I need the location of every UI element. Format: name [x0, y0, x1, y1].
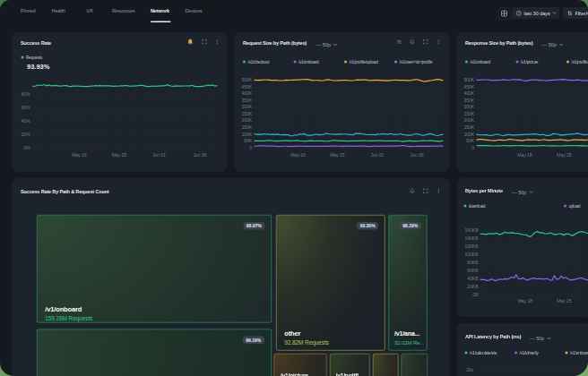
- svg-text:500K: 500K: [463, 77, 474, 82]
- svg-text:250K: 250K: [241, 111, 252, 116]
- svg-text:80KB: 80KB: [467, 260, 479, 265]
- svg-text:40KB: 40KB: [467, 276, 479, 281]
- svg-text:150K: 150K: [463, 124, 474, 130]
- svg-text:May 18: May 18: [518, 298, 532, 303]
- svg-text:100K: 100K: [463, 132, 474, 137]
- svg-text:0%: 0%: [23, 145, 30, 150]
- svg-text:100KB: 100KB: [465, 252, 480, 257]
- svg-text:300K: 300K: [241, 104, 252, 109]
- svg-text:Jun 08: Jun 08: [193, 152, 206, 158]
- svg-text:0: 0: [249, 145, 252, 150]
- svg-text:0B: 0B: [472, 292, 479, 297]
- svg-text:150K: 150K: [241, 124, 252, 130]
- svg-text:May 18: May 18: [517, 152, 532, 158]
- svg-text:0: 0: [471, 145, 474, 150]
- svg-text:Jun 01: Jun 01: [370, 152, 384, 158]
- svg-text:May 25: May 25: [557, 298, 571, 303]
- svg-text:200K: 200K: [463, 117, 474, 123]
- svg-text:20%: 20%: [22, 132, 31, 137]
- svg-text:Jun 08: Jun 08: [411, 152, 424, 158]
- svg-text:160KB: 160KB: [465, 227, 480, 233]
- svg-text:60KB: 60KB: [467, 268, 479, 273]
- svg-text:500K: 500K: [241, 77, 252, 82]
- svg-text:250K: 250K: [463, 111, 474, 116]
- svg-text:350K: 350K: [463, 98, 474, 103]
- svg-text:400K: 400K: [241, 90, 252, 96]
- svg-text:May 25: May 25: [557, 152, 571, 158]
- svg-text:450K: 450K: [463, 84, 474, 90]
- svg-text:50K: 50K: [466, 138, 475, 143]
- svg-text:450K: 450K: [241, 84, 252, 90]
- svg-text:100K: 100K: [241, 132, 252, 137]
- svg-text:20KB: 20KB: [467, 284, 479, 289]
- svg-text:60%: 60%: [22, 105, 31, 110]
- svg-text:May 25: May 25: [112, 152, 126, 158]
- svg-text:350K: 350K: [241, 98, 252, 103]
- svg-text:40%: 40%: [22, 118, 31, 124]
- svg-text:20s: 20s: [466, 367, 474, 372]
- svg-text:120KB: 120KB: [465, 244, 480, 249]
- svg-text:140KB: 140KB: [465, 235, 480, 241]
- svg-text:May 18: May 18: [72, 152, 86, 158]
- svg-text:50K: 50K: [244, 138, 253, 143]
- svg-text:May 18: May 18: [290, 152, 305, 158]
- svg-text:May 25: May 25: [330, 152, 344, 158]
- svg-text:200K: 200K: [241, 117, 252, 123]
- svg-text:300K: 300K: [463, 104, 474, 109]
- svg-text:Jun 01: Jun 01: [152, 152, 166, 158]
- svg-text:80%: 80%: [22, 91, 31, 97]
- svg-text:400K: 400K: [463, 90, 474, 96]
